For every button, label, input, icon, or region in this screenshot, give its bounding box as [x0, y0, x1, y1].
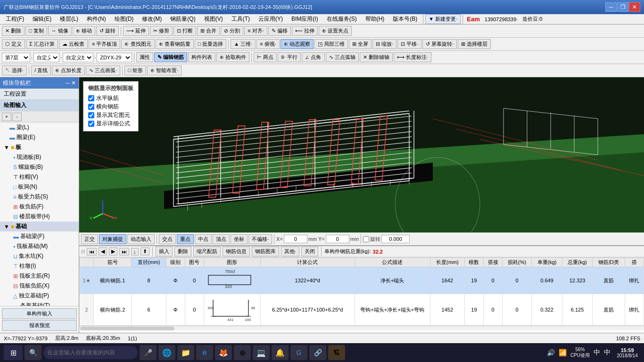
taskbar-g-btn[interactable]: G — [290, 345, 307, 360]
close-button[interactable]: ✕ — [629, 2, 640, 12]
tree-item-slabhole[interactable]: □ 板洞(N) — [0, 182, 79, 192]
taskbar-search[interactable] — [43, 346, 138, 359]
menu-steel[interactable]: 钢筋量(Q) — [166, 14, 199, 24]
dynamic-input-btn[interactable]: 动态输入 — [127, 234, 155, 244]
rotate-input[interactable] — [381, 235, 410, 243]
tray-icon-1[interactable]: 🔊 — [547, 349, 555, 356]
restore-button[interactable]: ❐ — [617, 2, 628, 12]
tree-item-colpier[interactable]: ⊤ 柱墩(I) — [0, 261, 79, 271]
floor-top-btn[interactable]: ≡ 平齐板顶 — [89, 39, 120, 49]
tree-item-raftmain[interactable]: ⊞ 筏板主筋(R) — [0, 271, 79, 281]
parallel-btn[interactable]: ⊪ 平行 — [278, 52, 301, 62]
taskbar-ie-btn[interactable]: e — [196, 345, 213, 360]
split-btn[interactable]: ⊘ 分割 — [221, 26, 243, 36]
trim-btn[interactable]: ✂ 修剪 — [150, 26, 173, 36]
other-btn[interactable]: 其他· — [281, 247, 299, 256]
move-btn[interactable]: ⊕ 移动 — [73, 26, 95, 36]
top-btn[interactable]: 顶点 — [213, 234, 230, 244]
cross-btn[interactable]: 交点 — [159, 234, 176, 244]
edit-steel-btn[interactable]: ✎ 编辑钢筋 — [154, 52, 187, 62]
steel-library-btn[interactable]: 钢筋图库 — [252, 247, 279, 256]
last-btn[interactable]: ⏭ — [119, 248, 129, 255]
taskbar-mic-btn[interactable]: 🎤 — [140, 345, 157, 360]
line-btn[interactable]: / 直线 — [31, 66, 51, 75]
batch-select-btn[interactable]: □ 批量选择 — [195, 39, 227, 49]
menu-view[interactable]: 视图(V) — [200, 14, 227, 24]
menu-edit[interactable]: 编辑(E) — [29, 14, 55, 24]
custom-select[interactable]: 自定义 — [33, 53, 59, 62]
menu-member[interactable]: 构件(N) — [83, 14, 110, 24]
dynamic-view-btn[interactable]: ⊕ 动态观察 — [281, 39, 314, 49]
member-list-btn[interactable]: 构件列表 — [188, 52, 215, 62]
insert-btn[interactable]: 插入 — [156, 247, 173, 256]
mirror-btn[interactable]: ↔ 镜像 — [48, 26, 72, 36]
extend-btn[interactable]: ⟶ 延伸 — [123, 26, 149, 36]
tree-item-stripfound[interactable]: ▬ 条形基础(T) — [0, 301, 79, 306]
del-aux-btn[interactable]: ✕ 删除辅轴 — [360, 52, 393, 62]
menu-modify[interactable]: 修改(M) — [138, 14, 165, 24]
zoom-btn[interactable]: ⊟ 缩放· — [372, 39, 396, 49]
steel-table-container[interactable]: 筋号 直径(mm) 级别 图号 图形 计算公式 公式描述 长度(mm) 根数 搭… — [79, 257, 644, 333]
close-table-btn[interactable]: 关闭 — [301, 247, 318, 256]
tree-item-castslab[interactable]: ▪ 现浇板(B) — [0, 152, 79, 162]
midpoint2-btn[interactable]: 中点 — [195, 234, 212, 244]
tree-item-spiralslab[interactable]: S 螺旋板(B) — [0, 162, 79, 172]
minimize-button[interactable]: ─ — [605, 2, 617, 12]
table-row[interactable]: 2 横向钢筋.2 6 Φ 0 300 — [80, 294, 644, 326]
tree-item-slabnega[interactable]: ⊞ 板负筋(F) — [0, 202, 79, 212]
menu-help[interactable]: 帮助(H) — [362, 14, 388, 24]
coord-btn[interactable]: 坐标 — [231, 234, 248, 244]
table-delete-btn[interactable]: 删除 — [174, 247, 191, 256]
zdyx-select[interactable]: ZDYX-29 — [97, 53, 132, 62]
tree-item-raft[interactable]: ▪ 筏板基础(M) — [0, 241, 79, 251]
three-arc-draw-btn[interactable]: ∿ 三点画弧· — [86, 66, 120, 75]
taskbar-ggj-btn[interactable]: 🏗 — [328, 345, 345, 360]
tree-item-floorbelt[interactable]: ⊟ 楼层板带(H) — [0, 212, 79, 222]
taskbar-link-btn[interactable]: 🔗 — [309, 345, 326, 360]
sidebar-add-btn[interactable]: + — [2, 113, 11, 121]
search-icon-btn[interactable]: 🔍 — [25, 345, 41, 360]
steel-info-btn[interactable]: 钢筋信息 — [223, 247, 250, 256]
sidebar-remove-btn[interactable]: - — [12, 113, 22, 121]
horiz-steel-check[interactable]: 水平纵筋 — [88, 94, 133, 102]
tree-item-foundbeam[interactable]: ▬ 基础梁(F) — [0, 231, 79, 241]
tree-item-raftneg[interactable]: ⊟ 筏板负筋(X) — [0, 281, 79, 291]
break-btn[interactable]: ⊡ 打断 — [173, 26, 196, 36]
taskbar-chrome-btn[interactable]: ⊕ — [234, 345, 251, 360]
tree-item-slabsteel[interactable]: ≡ 板受力筋(S) — [0, 192, 79, 202]
screen-rotate-btn[interactable]: ↺ 屏幕旋转· — [422, 39, 457, 49]
menu-bim[interactable]: BIM应用(I) — [288, 14, 322, 24]
taskbar-computer-btn[interactable]: 💻 — [253, 345, 270, 360]
table-row[interactable]: 1★ 横向钢筋.1 8 Φ 0 750cl 320 — [80, 267, 644, 294]
taskbar-edge-btn[interactable]: 🌐 — [158, 345, 175, 360]
select-btn[interactable]: ↖ 选择· — [2, 66, 27, 75]
midpoint-btn[interactable]: 重点 — [177, 234, 194, 244]
single-member-btn[interactable]: 单构件输入 — [2, 308, 77, 319]
add-length-btn[interactable]: ⊕ 点加长度 — [52, 66, 85, 75]
prev-btn[interactable]: ◀ — [99, 247, 107, 255]
rect-btn[interactable]: □ 矩形 — [124, 66, 146, 75]
viewport[interactable]: 钢筋显示控制面板 水平纵筋 横向钢筋 显示其它图元 显示详细公式 — [79, 77, 644, 232]
steel-display-panel[interactable]: 钢筋显示控制面板 水平纵筋 横向钢筋 显示其它图元 显示详细公式 — [83, 81, 139, 132]
rotate-check[interactable] — [363, 236, 369, 242]
down-btn[interactable]: ↓ — [131, 248, 139, 255]
other-elem-check[interactable]: 显示其它图元 — [88, 111, 133, 119]
three-arc-btn[interactable]: ∿ 三点弧轴 — [326, 52, 359, 62]
taskbar-bell-btn[interactable]: 🔔 — [272, 345, 289, 360]
hscroll-thumb[interactable] — [80, 327, 174, 330]
tree-item-isofound[interactable]: △ 独立基础(P) — [0, 291, 79, 301]
cloud-check-btn[interactable]: ☁ 云检查 — [59, 39, 88, 49]
section-draw[interactable]: 绘图输入 — [0, 100, 79, 111]
3d-btn[interactable]: ▲ 三维· — [231, 39, 256, 49]
taskbar-folder-btn[interactable]: 📁 — [177, 345, 194, 360]
tree-item-beam[interactable]: ▬ 梁(L) — [0, 123, 79, 132]
tree-item-pit[interactable]: ⊔ 集水坑(K) — [0, 251, 79, 261]
vert-steel-check[interactable]: 横向钢筋 — [88, 103, 133, 111]
y-input[interactable] — [326, 235, 349, 243]
view-steel-btn[interactable]: ⊕ 查看钢筋量 — [156, 39, 194, 49]
section-project[interactable]: 工程设置 — [0, 89, 79, 100]
tree-group-slab[interactable]: ▼ ■ 板 — [0, 142, 79, 152]
tray-icon-2[interactable]: 📶 — [559, 349, 567, 356]
up-btn[interactable]: ⬆ — [140, 247, 149, 255]
length-mark-btn[interactable]: ⟷ 长度标注· — [394, 52, 431, 62]
